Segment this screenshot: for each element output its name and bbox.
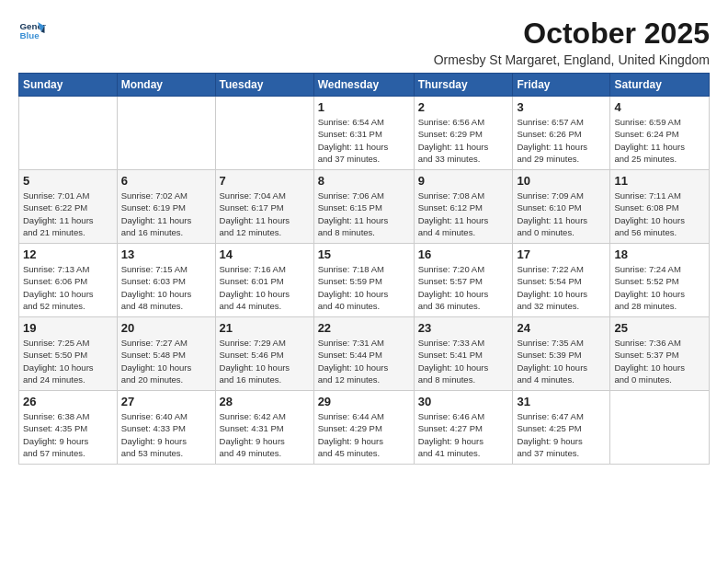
day-info: Sunrise: 7:31 AM Sunset: 5:44 PM Dayligh… [318, 337, 410, 385]
location: Ormesby St Margaret, England, United Kin… [434, 52, 710, 67]
table-row: 5Sunrise: 7:01 AM Sunset: 6:22 PM Daylig… [19, 170, 118, 244]
logo: General Blue [18, 17, 46, 44]
table-row: 30Sunrise: 6:46 AM Sunset: 4:27 PM Dayli… [414, 391, 513, 465]
table-row: 8Sunrise: 7:06 AM Sunset: 6:15 PM Daylig… [313, 170, 414, 244]
day-info: Sunrise: 6:54 AM Sunset: 6:31 PM Dayligh… [318, 116, 410, 165]
day-number: 13 [121, 247, 211, 261]
day-info: Sunrise: 7:15 AM Sunset: 6:03 PM Dayligh… [121, 263, 211, 312]
table-row [117, 97, 215, 170]
day-info: Sunrise: 6:42 AM Sunset: 4:31 PM Dayligh… [220, 410, 310, 459]
col-saturday: Saturday [610, 74, 710, 97]
day-number: 16 [418, 247, 509, 261]
day-info: Sunrise: 6:59 AM Sunset: 6:24 PM Dayligh… [614, 116, 705, 165]
title-block: October 2025 Ormesby St Margaret, Englan… [434, 17, 710, 67]
table-row: 3Sunrise: 6:57 AM Sunset: 6:26 PM Daylig… [513, 97, 610, 170]
day-number: 25 [614, 321, 705, 335]
table-row: 13Sunrise: 7:15 AM Sunset: 6:03 PM Dayli… [117, 244, 215, 317]
table-row: 2Sunrise: 6:56 AM Sunset: 6:29 PM Daylig… [414, 97, 513, 170]
table-row: 22Sunrise: 7:31 AM Sunset: 5:44 PM Dayli… [313, 317, 414, 391]
day-number: 12 [23, 247, 113, 261]
day-info: Sunrise: 7:35 AM Sunset: 5:39 PM Dayligh… [517, 337, 606, 385]
day-info: Sunrise: 7:29 AM Sunset: 5:46 PM Dayligh… [220, 337, 310, 385]
day-number: 26 [23, 395, 113, 408]
logo-icon: General Blue [18, 17, 46, 44]
table-row: 12Sunrise: 7:13 AM Sunset: 6:06 PM Dayli… [19, 244, 118, 317]
table-row: 24Sunrise: 7:35 AM Sunset: 5:39 PM Dayli… [513, 317, 610, 391]
day-number: 1 [318, 100, 410, 114]
day-info: Sunrise: 6:40 AM Sunset: 4:33 PM Dayligh… [121, 410, 211, 459]
table-row: 29Sunrise: 6:44 AM Sunset: 4:29 PM Dayli… [313, 391, 414, 465]
day-info: Sunrise: 7:16 AM Sunset: 6:01 PM Dayligh… [220, 263, 310, 312]
day-info: Sunrise: 7:08 AM Sunset: 6:12 PM Dayligh… [418, 190, 509, 238]
table-row: 10Sunrise: 7:09 AM Sunset: 6:10 PM Dayli… [513, 170, 610, 244]
day-number: 7 [220, 174, 310, 188]
day-number: 2 [418, 100, 509, 114]
day-number: 5 [23, 174, 113, 188]
calendar-week-row: 26Sunrise: 6:38 AM Sunset: 4:35 PM Dayli… [19, 391, 710, 465]
day-info: Sunrise: 7:13 AM Sunset: 6:06 PM Dayligh… [23, 263, 113, 312]
col-wednesday: Wednesday [313, 74, 414, 97]
day-number: 18 [614, 247, 705, 261]
day-info: Sunrise: 7:11 AM Sunset: 6:08 PM Dayligh… [614, 190, 705, 238]
table-row: 4Sunrise: 6:59 AM Sunset: 6:24 PM Daylig… [610, 97, 710, 170]
day-number: 22 [318, 321, 410, 335]
day-number: 27 [121, 395, 211, 408]
day-info: Sunrise: 6:38 AM Sunset: 4:35 PM Dayligh… [23, 410, 113, 459]
page: General Blue October 2025 Ormesby St Mar… [0, 0, 728, 474]
day-number: 6 [121, 174, 211, 188]
day-number: 21 [220, 321, 310, 335]
day-info: Sunrise: 6:47 AM Sunset: 4:25 PM Dayligh… [517, 410, 606, 459]
table-row [215, 97, 313, 170]
day-number: 28 [220, 395, 310, 408]
table-row: 6Sunrise: 7:02 AM Sunset: 6:19 PM Daylig… [117, 170, 215, 244]
table-row: 7Sunrise: 7:04 AM Sunset: 6:17 PM Daylig… [215, 170, 313, 244]
header: General Blue October 2025 Ormesby St Mar… [18, 17, 710, 67]
day-number: 20 [121, 321, 211, 335]
table-row [19, 97, 118, 170]
day-info: Sunrise: 7:24 AM Sunset: 5:52 PM Dayligh… [614, 263, 705, 312]
calendar-header-row: Sunday Monday Tuesday Wednesday Thursday… [19, 74, 710, 97]
day-info: Sunrise: 7:04 AM Sunset: 6:17 PM Dayligh… [220, 190, 310, 238]
day-info: Sunrise: 7:18 AM Sunset: 5:59 PM Dayligh… [318, 263, 410, 312]
day-number: 9 [418, 174, 509, 188]
day-info: Sunrise: 7:22 AM Sunset: 5:54 PM Dayligh… [517, 263, 606, 312]
col-thursday: Thursday [414, 74, 513, 97]
col-tuesday: Tuesday [215, 74, 313, 97]
col-friday: Friday [513, 74, 610, 97]
day-number: 8 [318, 174, 410, 188]
table-row: 16Sunrise: 7:20 AM Sunset: 5:57 PM Dayli… [414, 244, 513, 317]
table-row: 18Sunrise: 7:24 AM Sunset: 5:52 PM Dayli… [610, 244, 710, 317]
table-row: 26Sunrise: 6:38 AM Sunset: 4:35 PM Dayli… [19, 391, 118, 465]
table-row: 25Sunrise: 7:36 AM Sunset: 5:37 PM Dayli… [610, 317, 710, 391]
table-row: 15Sunrise: 7:18 AM Sunset: 5:59 PM Dayli… [313, 244, 414, 317]
day-info: Sunrise: 7:25 AM Sunset: 5:50 PM Dayligh… [23, 337, 113, 385]
table-row [610, 391, 710, 465]
day-number: 24 [517, 321, 606, 335]
table-row: 14Sunrise: 7:16 AM Sunset: 6:01 PM Dayli… [215, 244, 313, 317]
day-info: Sunrise: 7:06 AM Sunset: 6:15 PM Dayligh… [318, 190, 410, 238]
day-number: 3 [517, 100, 606, 114]
table-row: 9Sunrise: 7:08 AM Sunset: 6:12 PM Daylig… [414, 170, 513, 244]
table-row: 23Sunrise: 7:33 AM Sunset: 5:41 PM Dayli… [414, 317, 513, 391]
day-info: Sunrise: 7:09 AM Sunset: 6:10 PM Dayligh… [517, 190, 606, 238]
calendar-week-row: 12Sunrise: 7:13 AM Sunset: 6:06 PM Dayli… [19, 244, 710, 317]
day-info: Sunrise: 7:01 AM Sunset: 6:22 PM Dayligh… [23, 190, 113, 238]
day-info: Sunrise: 7:02 AM Sunset: 6:19 PM Dayligh… [121, 190, 211, 238]
col-monday: Monday [117, 74, 215, 97]
svg-text:Blue: Blue [20, 30, 40, 40]
calendar-table: Sunday Monday Tuesday Wednesday Thursday… [18, 73, 710, 465]
day-number: 19 [23, 321, 113, 335]
col-sunday: Sunday [19, 74, 118, 97]
table-row: 19Sunrise: 7:25 AM Sunset: 5:50 PM Dayli… [19, 317, 118, 391]
day-info: Sunrise: 7:27 AM Sunset: 5:48 PM Dayligh… [121, 337, 211, 385]
day-number: 23 [418, 321, 509, 335]
day-number: 17 [517, 247, 606, 261]
day-number: 10 [517, 174, 606, 188]
table-row: 31Sunrise: 6:47 AM Sunset: 4:25 PM Dayli… [513, 391, 610, 465]
day-info: Sunrise: 7:36 AM Sunset: 5:37 PM Dayligh… [614, 337, 705, 385]
month-title: October 2025 [434, 17, 710, 51]
day-info: Sunrise: 6:56 AM Sunset: 6:29 PM Dayligh… [418, 116, 509, 165]
calendar-week-row: 5Sunrise: 7:01 AM Sunset: 6:22 PM Daylig… [19, 170, 710, 244]
day-info: Sunrise: 7:20 AM Sunset: 5:57 PM Dayligh… [418, 263, 509, 312]
day-number: 11 [614, 174, 705, 188]
